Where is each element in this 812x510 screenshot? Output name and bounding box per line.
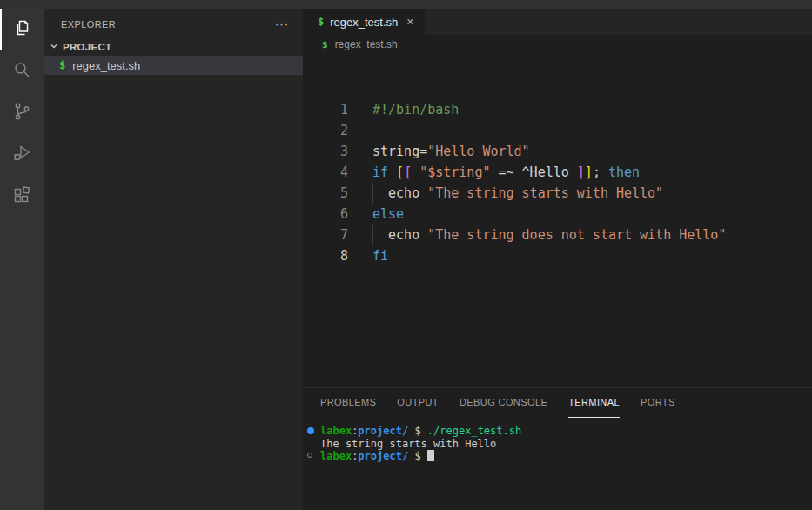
code-editor[interactable]: 1#!/bin/bash23string="Hello World"4if [[… [303,54,812,387]
file-name: regex_test.sh [72,59,140,72]
panel-tab-ports[interactable]: PORTS [641,397,675,418]
bottom-panel: PROBLEMSOUTPUTDEBUG CONSOLETERMINALPORTS… [303,387,812,510]
terminal-cursor [427,450,434,461]
shellscript-file-icon: $ [322,39,328,50]
code-text: #!/bin/bash [348,99,459,120]
activity-run-debug-button[interactable] [0,134,44,176]
line-number: 6 [303,204,348,225]
line-number: 7 [303,225,348,245]
panel-tab-terminal[interactable]: TERMINAL [568,397,620,418]
run-debug-icon [11,143,32,167]
code-line: 2 [303,120,812,141]
views-more-actions-icon[interactable]: ··· [275,21,289,28]
code-text: if [[ "$string" =~ ^Hello ]]; then [348,162,640,183]
code-line: 5 echo "The string starts with Hello" [303,183,812,204]
editor-group: $ regex_test.sh × $ regex_test.sh 1#!/bi… [303,9,812,510]
terminal-content[interactable]: labex:project/ $ ./regex_test.shThe stri… [303,425,812,463]
code-line: 4if [[ "$string" =~ ^Hello ]]; then [303,162,812,183]
code-line: 1#!/bin/bash [303,99,812,120]
code-line: 8fi [303,245,812,266]
code-line: 3string="Hello World" [303,141,812,162]
activity-explorer-button[interactable] [0,9,44,50]
line-number: 1 [303,99,348,120]
files-icon [12,17,33,42]
code-text: fi [348,245,388,266]
line-number: 8 [303,245,348,266]
activity-extensions-button[interactable] [0,176,44,218]
breadcrumb-label: regex_test.sh [335,38,398,50]
chevron-down-icon [47,39,63,55]
line-number: 4 [303,162,348,183]
extensions-icon [11,185,32,209]
tab-bar: $ regex_test.sh × [303,9,812,35]
panel-tab-debug-console[interactable]: DEBUG CONSOLE [460,397,547,418]
source-control-icon [11,101,32,125]
command-success-icon [307,427,314,434]
code-text: echo "The string does not start with Hel… [348,225,726,245]
title-bar [0,0,812,9]
indent-guide [372,225,373,245]
terminal-line: labex:project/ $ ./regex_test.sh [303,425,812,438]
section-label: PROJECT [63,42,111,52]
terminal-line: labex:project/ $ [303,450,812,463]
line-number: 5 [303,183,348,204]
tab-regex-test[interactable]: $ regex_test.sh × [303,9,425,35]
file-item-regex-test[interactable]: $ regex_test.sh [44,56,303,75]
sidebar-section-project[interactable]: PROJECT [44,38,303,56]
command-idle-icon [307,453,312,458]
code-text: echo "The string starts with Hello" [348,183,663,204]
code-text: string="Hello World" [348,141,530,162]
activity-search-button[interactable] [0,50,44,92]
activity-bar [0,9,44,510]
shellscript-file-icon: $ [318,16,324,28]
indent-guide [372,183,373,204]
panel-tab-problems[interactable]: PROBLEMS [320,397,376,418]
search-icon [11,59,32,84]
line-number: 2 [303,120,348,141]
code-line: 6else [303,204,812,225]
code-lines: 1#!/bin/bash23string="Hello World"4if [[… [303,99,812,266]
panel-tab-output[interactable]: OUTPUT [397,397,439,418]
panel-tabs: PROBLEMSOUTPUTDEBUG CONSOLETERMINALPORTS [303,388,812,418]
shellscript-file-icon: $ [59,59,65,71]
explorer-title: EXPLORER [61,19,116,30]
code-text: else [348,204,404,225]
vscode-window: EXPLORER ··· PROJECT $ regex_test.sh $ r… [0,0,812,510]
line-number: 3 [303,141,348,162]
breadcrumb[interactable]: $ regex_test.sh [303,35,812,54]
activity-source-control-button[interactable] [0,92,44,134]
code-line: 7 echo "The string does not start with H… [303,225,812,245]
close-icon[interactable]: × [406,16,413,28]
tab-label: regex_test.sh [330,16,398,29]
explorer-sidebar: EXPLORER ··· PROJECT $ regex_test.sh [44,9,303,510]
terminal-line: The string starts with Hello [303,438,812,451]
